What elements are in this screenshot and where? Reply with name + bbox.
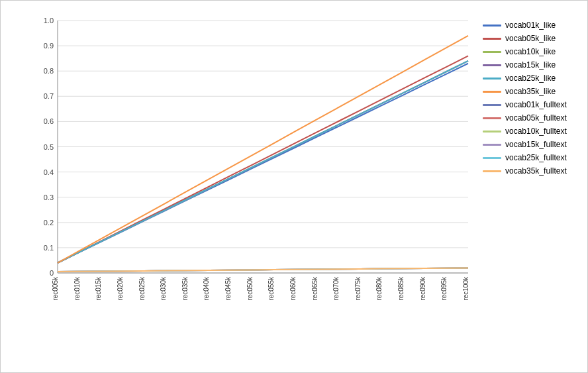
legend-label: vocab35k_like xyxy=(505,87,556,96)
legend-item: vocab10k_like xyxy=(483,47,587,56)
series-vocab35k_fulltext xyxy=(58,268,468,272)
legend: vocab01k_likevocab05k_likevocab10k_likev… xyxy=(475,14,587,346)
svg-text:rec075k: rec075k xyxy=(354,276,362,301)
legend-label: vocab15k_like xyxy=(505,60,556,70)
chart-title xyxy=(1,1,587,14)
svg-text:rec055k: rec055k xyxy=(268,276,275,301)
legend-label: vocab05k_fulltext xyxy=(505,113,567,123)
svg-text:rec045k: rec045k xyxy=(224,276,232,301)
svg-text:0.8: 0.8 xyxy=(44,67,54,75)
legend-item: vocab05k_like xyxy=(483,34,587,43)
legend-item: vocab35k_fulltext xyxy=(483,166,587,176)
legend-item: vocab25k_like xyxy=(483,74,587,83)
svg-text:0.1: 0.1 xyxy=(44,244,54,252)
legend-label: vocab05k_like xyxy=(505,34,556,43)
svg-text:0.9: 0.9 xyxy=(44,42,54,50)
legend-label: vocab10k_fulltext xyxy=(505,127,567,136)
legend-item: vocab01k_fulltext xyxy=(483,100,587,109)
series-vocab05k_like xyxy=(58,56,468,262)
svg-text:rec010k: rec010k xyxy=(74,276,81,301)
chart-body: 00.10.20.30.40.50.60.70.80.91.0rec005kre… xyxy=(1,14,587,346)
legend-item: vocab15k_like xyxy=(483,60,587,70)
y-axis-label xyxy=(1,0,19,346)
chart-area: 00.10.20.30.40.50.60.70.80.91.0rec005kre… xyxy=(24,14,475,346)
legend-color-swatch xyxy=(483,51,501,53)
svg-text:rec030k: rec030k xyxy=(160,276,167,301)
svg-text:0.7: 0.7 xyxy=(44,92,54,100)
svg-text:rec085k: rec085k xyxy=(397,276,405,301)
svg-text:rec025k: rec025k xyxy=(138,276,146,301)
legend-color-swatch xyxy=(483,131,501,133)
svg-text:rec070k: rec070k xyxy=(332,276,340,301)
svg-text:rec035k: rec035k xyxy=(181,276,189,301)
svg-text:rec100k: rec100k xyxy=(462,276,469,301)
legend-color-swatch xyxy=(483,170,501,172)
legend-item: vocab05k_fulltext xyxy=(483,113,587,123)
legend-label: vocab01k_fulltext xyxy=(505,100,567,109)
chart-svg: 00.10.20.30.40.50.60.70.80.91.0rec005kre… xyxy=(24,14,475,346)
legend-color-swatch xyxy=(483,78,501,80)
legend-item: vocab15k_fulltext xyxy=(483,140,587,149)
legend-color-swatch xyxy=(483,91,501,93)
legend-item: vocab25k_fulltext xyxy=(483,153,587,162)
x-axis-label xyxy=(48,350,475,352)
svg-text:rec005k: rec005k xyxy=(52,276,59,301)
chart-container: 00.10.20.30.40.50.60.70.80.91.0rec005kre… xyxy=(0,0,588,373)
legend-color-swatch xyxy=(483,104,501,106)
legend-color-swatch xyxy=(483,157,501,159)
legend-item: vocab01k_like xyxy=(483,21,587,30)
legend-color-swatch xyxy=(483,144,501,146)
legend-item: vocab35k_like xyxy=(483,87,587,96)
svg-text:rec095k: rec095k xyxy=(440,276,448,301)
svg-text:0.3: 0.3 xyxy=(44,193,54,201)
svg-text:rec040k: rec040k xyxy=(203,276,210,301)
svg-text:0.4: 0.4 xyxy=(44,168,54,176)
legend-color-swatch xyxy=(483,38,501,40)
legend-color-swatch xyxy=(483,117,501,119)
legend-color-swatch xyxy=(483,25,501,27)
legend-label: vocab10k_like xyxy=(505,47,556,56)
legend-label: vocab35k_fulltext xyxy=(505,166,567,176)
legend-label: vocab25k_fulltext xyxy=(505,153,567,162)
svg-text:0.6: 0.6 xyxy=(44,117,54,125)
legend-color-swatch xyxy=(483,64,501,66)
svg-text:rec050k: rec050k xyxy=(246,276,254,301)
legend-label: vocab15k_fulltext xyxy=(505,140,567,149)
series-vocab35k_like xyxy=(58,36,468,263)
svg-text:rec020k: rec020k xyxy=(117,276,124,301)
svg-text:0.5: 0.5 xyxy=(44,143,54,151)
svg-text:1.0: 1.0 xyxy=(44,17,54,25)
svg-text:rec015k: rec015k xyxy=(95,276,102,301)
svg-text:0.2: 0.2 xyxy=(44,219,54,227)
svg-text:rec090k: rec090k xyxy=(419,276,426,301)
svg-text:rec080k: rec080k xyxy=(375,276,383,301)
svg-text:rec060k: rec060k xyxy=(289,276,297,301)
svg-text:0: 0 xyxy=(50,269,54,277)
legend-label: vocab01k_like xyxy=(505,21,556,30)
legend-label: vocab25k_like xyxy=(505,74,556,83)
series-vocab25k_like xyxy=(58,61,468,263)
svg-text:rec065k: rec065k xyxy=(311,276,318,301)
legend-item: vocab10k_fulltext xyxy=(483,127,587,136)
